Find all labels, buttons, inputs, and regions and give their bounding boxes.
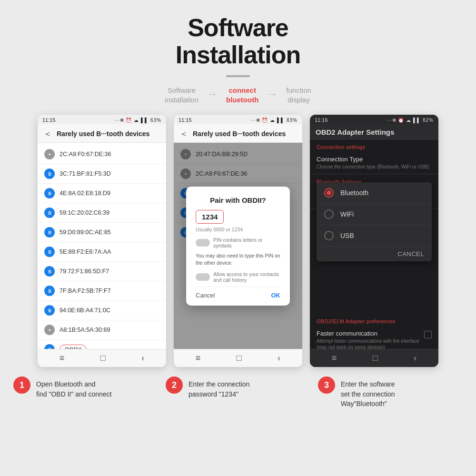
phone3: 11:16 ···✻ ⏰ ☁ ▌▌ 82% OBD2 Adapter Setti…: [310, 115, 438, 367]
phone2-header: ＜ Rarely used B···tooth devices: [174, 124, 302, 143]
radio-bluetooth: [324, 188, 334, 198]
nav-home-icon[interactable]: □: [373, 353, 378, 363]
step1-circle: 1: [13, 377, 30, 394]
phone2-status: 11:15 ···✻ ⏰ ☁ ▌▌ 83%: [174, 115, 302, 124]
bt-item[interactable]: ʙ 5E:89:F2:E6:7A:AA: [38, 242, 166, 262]
instruction-2: 2 Enter the connectionpassword "1234": [166, 377, 310, 408]
page-title: Software Installation: [176, 14, 300, 69]
nav-back-icon[interactable]: ‹: [414, 353, 416, 363]
pair-hint: Usually 0000 or 1234: [196, 227, 280, 232]
pair-dialog: Pair with OBDII? 1234 Usually 0000 or 12…: [186, 187, 290, 305]
arrow1: →: [207, 88, 218, 100]
bt-icon-blue: ʙ: [44, 344, 55, 349]
nav-menu-icon[interactable]: ≡: [60, 353, 65, 363]
bt-item[interactable]: ʙ 94:0E:6B:A4:71:0C: [38, 301, 166, 320]
title-divider: [226, 75, 250, 77]
conn-type-row[interactable]: Connection Type Choose the connection ty…: [310, 152, 438, 174]
dropdown-option-wifi[interactable]: WiFi: [317, 204, 432, 225]
bt-icon-blue: ʙ: [44, 227, 55, 238]
phone2: 11:15 ···✻ ⏰ ☁ ▌▌ 83% ＜ Rarely used B···…: [174, 115, 302, 367]
time2: 11:15: [178, 117, 192, 123]
phone2-bottom-nav: ≡ □ ‹: [174, 349, 302, 367]
dropdown-option-usb[interactable]: USB: [317, 225, 432, 247]
nav-home-icon[interactable]: □: [237, 353, 242, 363]
radio-inner: [327, 190, 331, 195]
bt-icon-square: ▪: [44, 149, 55, 159]
option-wifi-label: WiFi: [340, 210, 354, 218]
bt-item[interactable]: ʙ 59:D0:89:0C:AE:85: [38, 223, 166, 242]
pair-dialog-overlay: Pair with OBDII? 1234 Usually 0000 or 12…: [174, 143, 302, 349]
step2-label-active: connectbluetooth: [226, 86, 258, 104]
pref1-sub: Attempt faster communications with the i…: [317, 338, 420, 349]
prefs-section-title: OBD2/ELM Adapter preferences: [310, 314, 438, 326]
step3-number: 3: [324, 380, 329, 390]
nav-menu-icon[interactable]: ≡: [332, 353, 337, 363]
bt-icon-blue: ʙ: [44, 286, 55, 296]
bt-icon-blue: ʙ: [44, 188, 55, 198]
instruction1-text: Open Bluetooth andfind "OBD II" and conn…: [36, 377, 112, 399]
pair-cancel-button[interactable]: Cancel: [196, 292, 215, 299]
nav-home-icon[interactable]: □: [100, 353, 106, 363]
phone1-content: ▪ 2C:A9:F0:67:DE:36 ʙ 3C:71:BF:81:F5:3D …: [38, 143, 166, 349]
bt-icon-blue: ʙ: [44, 247, 55, 257]
bt-item[interactable]: ʙ 7F:BA:F2:5B:7F:F7: [38, 281, 166, 301]
pair-toggle2: Allow access to your contacts and call h…: [196, 271, 280, 283]
phone1-header: ＜ Rarely used B···tooth devices: [38, 124, 166, 143]
pref1-text: Faster communication Attempt faster comm…: [317, 330, 420, 349]
pair-note: You may also need to type this PIN on th…: [196, 252, 280, 266]
instructions-row: 1 Open Bluetooth andfind "OBD II" and co…: [10, 377, 466, 408]
header-title1: Rarely used B···tooth devices: [57, 130, 149, 138]
dropdown-option-bluetooth[interactable]: Bluetooth: [317, 182, 432, 204]
radio-usb: [324, 231, 334, 240]
toggle2-oval[interactable]: [196, 273, 210, 281]
pref1-row[interactable]: Faster communication Attempt faster comm…: [310, 326, 438, 349]
time1: 11:15: [42, 117, 56, 123]
step1-label: Softwareinstallation: [165, 86, 198, 104]
prefs-section: OBD2/ELM Adapter preferences Faster comm…: [310, 314, 438, 349]
phone3-content: Connection settings Connection Type Choo…: [310, 139, 438, 349]
back-icon2[interactable]: ＜: [179, 128, 188, 139]
pref1-checkbox[interactable]: [424, 331, 432, 338]
conn-type-label: Connection Type: [317, 156, 432, 163]
pair-dialog-title: Pair with OBDII?: [196, 196, 280, 204]
conn-section-title: Connection settings: [310, 139, 438, 152]
status-icons1: ···✻ ⏰ ☁ ▌▌ 63%: [114, 118, 161, 123]
nav-menu-icon[interactable]: ≡: [196, 353, 201, 363]
header-title2: Rarely used B···tooth devices: [193, 130, 286, 138]
dropdown-cancel-button[interactable]: CANCEL: [317, 247, 432, 261]
step2-number: 2: [172, 380, 177, 390]
bt-item[interactable]: ▪ 2C:A9:F0:67:DE:36: [38, 145, 166, 164]
title-line1: Software: [188, 14, 288, 41]
instruction2-text: Enter the connectionpassword "1234": [188, 377, 249, 399]
phone3-status: 11:16 ···✻ ⏰ ☁ ▌▌ 82%: [310, 115, 438, 124]
bt-item[interactable]: ʙ 3C:71:BF:81:F5:3D: [38, 164, 166, 184]
toggle2-label: Allow access to your contacts and call h…: [213, 271, 280, 283]
radio-wifi: [324, 209, 334, 219]
bt-icon-blue: ʙ: [44, 169, 55, 179]
nav-back-icon[interactable]: ‹: [278, 353, 280, 363]
pair-pin: 1234: [196, 210, 224, 224]
bt-item[interactable]: ʙ 59:1C:20:02:C6:39: [38, 203, 166, 223]
nav-back-icon[interactable]: ‹: [141, 353, 144, 363]
back-icon1[interactable]: ＜: [43, 128, 52, 139]
phone1: 11:15 ···✻ ⏰ ☁ ▌▌ 63% ＜ Rarely used B···…: [38, 115, 166, 367]
option-bluetooth-label: Bluetooth: [340, 189, 368, 197]
bt-item-obdii[interactable]: ʙ OBDII: [38, 340, 166, 349]
bt-icon-blue: ʙ: [44, 208, 55, 218]
toggle1-oval[interactable]: [196, 239, 210, 247]
pair-ok-button[interactable]: OK: [271, 292, 281, 299]
steps-nav: Softwareinstallation → connectbluetooth …: [165, 86, 311, 104]
bt-item[interactable]: ʙ 4E:8A:02:E8:18:D9: [38, 184, 166, 203]
obd-settings-title: OBD2 Adapter Settings: [316, 128, 394, 136]
bt-item[interactable]: ▪ A8:1B:5A:5A:30:69: [38, 320, 166, 340]
bt-icon-gray: ▪: [44, 325, 55, 335]
instruction3-text: Enter the softwareset the connectionWay"…: [341, 377, 395, 408]
step2-circle: 2: [166, 377, 183, 394]
bt-list1: ▪ 2C:A9:F0:67:DE:36 ʙ 3C:71:BF:81:F5:3D …: [38, 143, 166, 349]
conn-type-sub: Choose the connection type (Bluetooth, W…: [317, 164, 432, 170]
status-icons3: ···✻ ⏰ ☁ ▌▌ 82%: [387, 118, 434, 123]
bt-item[interactable]: ʙ 79:72:F1:86:5D:F7: [38, 262, 166, 281]
connection-type-dropdown: Bluetooth WiFi USB CANCEL: [317, 182, 432, 261]
status-icons2: ···✻ ⏰ ☁ ▌▌ 83%: [250, 118, 298, 123]
pair-dialog-buttons: Cancel OK: [196, 287, 280, 299]
